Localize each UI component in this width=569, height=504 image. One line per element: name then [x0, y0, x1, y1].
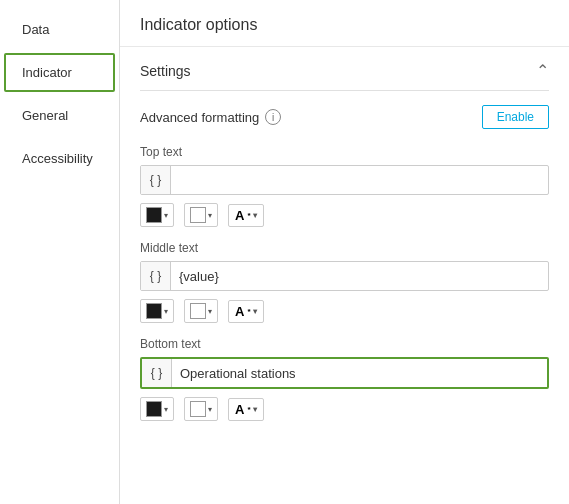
- font-chevron-icon: ▾: [253, 211, 257, 220]
- top-text-input[interactable]: [171, 169, 548, 192]
- middle-text-input[interactable]: [171, 265, 548, 288]
- sidebar-item-indicator[interactable]: Indicator: [4, 53, 115, 92]
- fg-color-chevron-icon: ▾: [164, 211, 168, 220]
- sidebar-item-data[interactable]: Data: [4, 10, 115, 49]
- bg-color-chevron-icon: ▾: [208, 211, 212, 220]
- top-text-curly-button[interactable]: { }: [141, 166, 171, 194]
- sidebar-item-accessibility[interactable]: Accessibility: [4, 139, 115, 178]
- section-header: Settings ⌃: [140, 47, 549, 91]
- font-icon: A: [235, 402, 244, 417]
- fg-color-swatch: [146, 303, 162, 319]
- section-title: Settings: [140, 63, 191, 79]
- bottom-text-input-row: { }: [140, 357, 549, 389]
- enable-button[interactable]: Enable: [482, 105, 549, 129]
- middle-text-fg-color-button[interactable]: ▾: [140, 299, 174, 323]
- collapse-icon[interactable]: ⌃: [536, 61, 549, 80]
- bg-color-chevron-icon: ▾: [208, 405, 212, 414]
- top-text-bg-color-button[interactable]: ▾: [184, 203, 218, 227]
- sidebar-item-general[interactable]: General: [4, 96, 115, 135]
- bg-color-swatch: [190, 303, 206, 319]
- bottom-text-fg-color-button[interactable]: ▾: [140, 397, 174, 421]
- bottom-text-curly-button[interactable]: { }: [142, 359, 172, 387]
- top-text-input-row: { }: [140, 165, 549, 195]
- bottom-text-label: Bottom text: [140, 337, 549, 351]
- middle-text-label: Middle text: [140, 241, 549, 255]
- font-chevron-icon: ▾: [253, 405, 257, 414]
- middle-text-bg-color-button[interactable]: ▾: [184, 299, 218, 323]
- page-title: Indicator options: [120, 0, 569, 47]
- bottom-text-bg-color-button[interactable]: ▾: [184, 397, 218, 421]
- top-text-toolbar: ▾ ▾ A * ▾: [140, 203, 549, 227]
- bg-color-chevron-icon: ▾: [208, 307, 212, 316]
- top-text-fg-color-button[interactable]: ▾: [140, 203, 174, 227]
- fg-color-chevron-icon: ▾: [164, 405, 168, 414]
- top-text-font-button[interactable]: A * ▾: [228, 204, 264, 227]
- sidebar-item-label: Indicator: [22, 65, 72, 80]
- font-chevron-icon: ▾: [253, 307, 257, 316]
- bg-color-swatch: [190, 207, 206, 223]
- bottom-text-toolbar: ▾ ▾ A * ▾: [140, 397, 549, 421]
- advanced-formatting-label: Advanced formatting i: [140, 109, 281, 125]
- fg-color-swatch: [146, 207, 162, 223]
- fg-color-swatch: [146, 401, 162, 417]
- middle-text-font-button[interactable]: A * ▾: [228, 300, 264, 323]
- middle-text-toolbar: ▾ ▾ A * ▾: [140, 299, 549, 323]
- advanced-formatting-text: Advanced formatting: [140, 110, 259, 125]
- advanced-formatting-row: Advanced formatting i Enable: [140, 105, 549, 129]
- main-content: Indicator options Settings ⌃ Advanced fo…: [120, 0, 569, 504]
- sidebar-item-label: Data: [22, 22, 49, 37]
- info-icon[interactable]: i: [265, 109, 281, 125]
- top-text-label: Top text: [140, 145, 549, 159]
- fg-color-chevron-icon: ▾: [164, 307, 168, 316]
- middle-text-input-row: { }: [140, 261, 549, 291]
- font-icon: A: [235, 208, 244, 223]
- settings-section: Settings ⌃ Advanced formatting i Enable …: [120, 47, 569, 504]
- bg-color-swatch: [190, 401, 206, 417]
- sidebar-item-label: General: [22, 108, 68, 123]
- middle-text-curly-button[interactable]: { }: [141, 262, 171, 290]
- bottom-text-input[interactable]: [172, 362, 547, 385]
- sidebar-item-label: Accessibility: [22, 151, 93, 166]
- font-icon: A: [235, 304, 244, 319]
- bottom-text-font-button[interactable]: A * ▾: [228, 398, 264, 421]
- sidebar: Data Indicator General Accessibility: [0, 0, 120, 504]
